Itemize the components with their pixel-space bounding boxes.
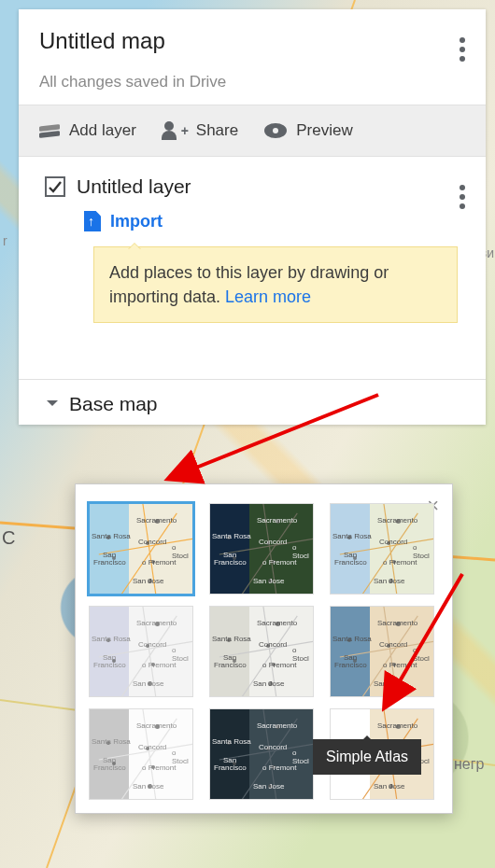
my-maps-panel: Untitled map All changes saved in Drive … [19, 9, 486, 425]
basemap-option-mono-city[interactable]: SacramentoSanta RosaConcordo StoclSanFra… [209, 606, 314, 697]
share-button[interactable]: + Share [163, 121, 238, 140]
basemap-option-light-political[interactable]: SacramentoSanta RosaConcordo StoclSanFra… [89, 606, 193, 697]
preview-label: Preview [296, 121, 352, 140]
save-status-text: All changes saved in Drive [39, 73, 465, 91]
basemap-option-map[interactable]: SacramentoSanta RosaConcordo StoclSanFra… [89, 503, 193, 595]
add-layer-label: Add layer [69, 121, 136, 140]
basemap-option-satellite[interactable]: SacramentoSanta RosaConcordo StoclSanFra… [209, 503, 314, 595]
basemap-option-simple-atlas[interactable]: SacramentoSanta RosaConcordo StoclSanFra… [330, 606, 434, 697]
basemap-option-terrain[interactable]: SacramentoSanta RosaConcordo StoclSanFra… [330, 503, 434, 595]
bg-label-v: r [3, 233, 7, 248]
import-button[interactable]: Import [84, 211, 465, 231]
layer-visibility-checkbox[interactable] [45, 176, 65, 197]
layer-section: Untitled layer Import Add places to this… [19, 157, 486, 334]
basemap-option-dark-landmass[interactable]: SacramentoSanta RosaConcordo StoclSanFra… [209, 708, 314, 800]
layer-menu-button[interactable] [452, 177, 473, 198]
tooltip-text: Simple Atlas [326, 749, 408, 764]
person-plus-icon: + [163, 121, 187, 140]
share-label: Share [196, 121, 238, 140]
basemap-tooltip: Simple Atlas [313, 739, 421, 775]
toolbar: Add layer + Share Preview [19, 105, 486, 157]
preview-button[interactable]: Preview [264, 121, 352, 140]
bg-label-c: C [2, 527, 15, 549]
map-menu-button[interactable] [452, 30, 473, 50]
learn-more-link[interactable]: Learn more [225, 287, 311, 306]
bg-label-negr: негр [454, 756, 484, 773]
chevron-down-icon [47, 400, 58, 412]
eye-icon [264, 123, 287, 138]
basemap-option-light-landmass[interactable]: SacramentoSanta RosaConcordo StoclSanFra… [89, 708, 193, 800]
base-map-label: Base map [69, 393, 158, 415]
map-title[interactable]: Untitled map [39, 28, 465, 54]
base-map-dropdown[interactable]: Base map [19, 379, 486, 425]
import-label: Import [110, 212, 163, 231]
upload-file-icon [84, 211, 101, 231]
layers-icon [39, 120, 60, 141]
layer-name[interactable]: Untitled layer [77, 175, 191, 198]
add-layer-button[interactable]: Add layer [39, 120, 136, 141]
layer-tip-box: Add places to this layer by drawing or i… [93, 246, 458, 323]
